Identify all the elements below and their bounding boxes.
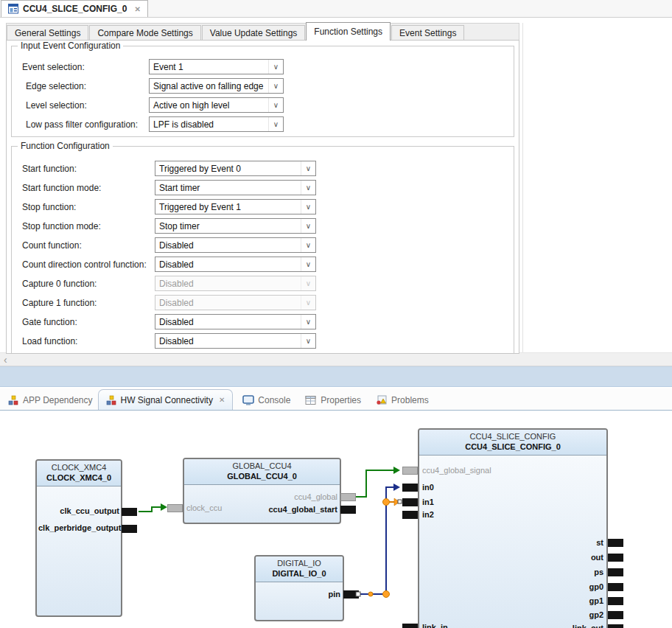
console-icon (242, 395, 254, 405)
junction-dot[interactable] (383, 499, 390, 506)
horizontal-scrollbar[interactable]: ‹ (0, 352, 672, 366)
app-blocks-icon (106, 395, 117, 405)
load-function-dropdown[interactable]: Disabled ∨ (155, 333, 316, 349)
block-instance: GLOBAL_CCU4_0 (184, 472, 340, 481)
event-selection-dropdown[interactable]: Event 1 ∨ (149, 59, 284, 74)
chevron-down-icon: ∨ (301, 181, 315, 195)
count-direction-dropdown[interactable]: Disabled ∨ (155, 257, 316, 272)
pin-label: gp0 (516, 582, 603, 591)
chevron-down-icon: ∨ (268, 60, 283, 74)
bendpoint-dot[interactable] (383, 591, 390, 598)
chevron-down-icon: ∨ (301, 161, 315, 175)
connection-clk-ccu[interactable] (139, 507, 161, 512)
capture1-function-dropdown: Disabled ∨ (155, 295, 316, 310)
pin-out[interactable] (608, 554, 623, 562)
capture0-function-label: Capture 0 function: (22, 279, 97, 289)
editor-tab[interactable]: CCU4_SLICE_CONFIG_0 ✕ (1, 0, 148, 17)
arrowhead-icon (161, 503, 167, 511)
start-function-mode-dropdown[interactable]: Start timer ∨ (155, 180, 316, 195)
chevron-down-icon: ∨ (301, 315, 315, 329)
tab-label: APP Dependency (23, 395, 93, 405)
lpf-configuration-dropdown[interactable]: LPF is disabled ∨ (149, 116, 284, 132)
arrowhead-icon (393, 467, 400, 474)
tab-properties[interactable]: Properties (300, 391, 366, 410)
arrowhead-icon (393, 484, 400, 491)
block-type: CCU4_SLICE_CONFIG (419, 432, 606, 441)
tab-compare-mode-settings[interactable]: Compare Mode Settings (89, 25, 200, 41)
form-editor-icon (8, 4, 18, 14)
tab-problems[interactable]: Problems (371, 391, 434, 410)
tab-console[interactable]: Console (237, 391, 295, 410)
block-instance: DIGITAL_IO_0 (256, 569, 343, 578)
pin-ccu4-global[interactable] (340, 493, 356, 501)
editor-bottom-band (0, 366, 672, 387)
level-selection-dropdown[interactable]: Active on high level ∨ (149, 97, 284, 113)
count-direction-label: Count direction control function: (22, 259, 147, 270)
block-type: GLOBAL_CCU4 (184, 461, 340, 470)
pin-gp1[interactable] (608, 597, 623, 605)
pin-link-in[interactable] (402, 624, 418, 628)
pin-in0[interactable] (402, 484, 418, 492)
connection-pin-in0[interactable] (360, 487, 393, 594)
stop-function-dropdown[interactable]: Triggered by Event 1 ∨ (155, 199, 316, 214)
stop-function-mode-dropdown[interactable]: Stop timer ∨ (155, 218, 316, 234)
chevron-down-icon: ∨ (268, 98, 283, 112)
pin-clk-ccu-output[interactable] (122, 508, 137, 516)
edge-selection-dropdown[interactable]: Signal active on falling edge ∨ (149, 78, 284, 94)
group-title: Input Event Configuration (18, 41, 123, 51)
block-type: CLOCK_XMC4 (37, 463, 121, 472)
block-digital-io[interactable]: DIGITAL_IO DIGITAL_IO_0 (254, 555, 344, 621)
pin-clk-perbridge-output[interactable] (122, 525, 137, 533)
lpf-configuration-label: Low pass filter configuration: (26, 119, 138, 130)
block-type: DIGITAL_IO (256, 559, 343, 568)
gate-function-dropdown[interactable]: Disabled ∨ (155, 314, 316, 329)
count-function-dropdown[interactable]: Disabled ∨ (155, 237, 316, 253)
pin-ccu4-global-signal[interactable] (402, 467, 418, 475)
connection-ccu4-global[interactable] (356, 470, 393, 497)
pin-in2[interactable] (402, 511, 418, 519)
pin-in1[interactable] (402, 498, 418, 506)
pin-link-out[interactable] (608, 624, 623, 628)
capture1-function-label: Capture 1 function: (22, 298, 97, 308)
group-function-configuration: Function Configuration Start function: T… (11, 146, 514, 354)
chevron-down-icon: ∨ (268, 117, 283, 131)
tab-general-settings[interactable]: General Settings (7, 25, 88, 41)
pin-gp2[interactable] (608, 611, 623, 619)
pin-label: ccu4_global (236, 492, 337, 501)
pin-ps[interactable] (608, 568, 623, 576)
problems-icon (376, 395, 388, 405)
pin-ccu4-global-start[interactable] (340, 506, 356, 514)
pin-label: ps (516, 568, 603, 576)
close-icon[interactable]: ✕ (219, 396, 225, 404)
edge-selection-label: Edge selection: (26, 81, 86, 91)
gate-function-label: Gate function: (22, 317, 77, 327)
block-instance: CCU4_SLICE_CONFIG_0 (419, 442, 606, 451)
block-instance: CLOCK_XMC4_0 (37, 473, 121, 482)
start-function-dropdown[interactable]: Triggered by Event 0 ∨ (155, 161, 316, 176)
count-function-label: Count function: (22, 240, 82, 251)
tab-label: Properties (321, 395, 361, 405)
block-clock-xmc4[interactable]: CLOCK_XMC4 CLOCK_XMC4_0 (35, 459, 122, 617)
pin-pin[interactable] (343, 590, 359, 599)
stop-function-label: Stop function: (22, 202, 76, 212)
pin-clock-ccu[interactable] (167, 504, 183, 512)
pin-label: clk_perbridge_output (38, 523, 119, 532)
editor-tab-title: CCU4_SLICE_CONFIG_0 (23, 4, 127, 14)
pin-st[interactable] (608, 539, 623, 547)
event-selection-label: Event selection: (22, 62, 85, 72)
tab-event-settings[interactable]: Event Settings (391, 25, 464, 41)
tab-hw-signal-connectivity[interactable]: HW Signal Connectivity ✕ (98, 389, 234, 410)
block-global-ccu4[interactable]: GLOBAL_CCU4 GLOBAL_CCU4_0 (183, 458, 341, 524)
tab-app-dependency[interactable]: APP Dependency (3, 391, 98, 410)
bendpoint-dot[interactable] (368, 592, 373, 596)
pin-label: in1 (422, 498, 434, 506)
tab-value-update-settings[interactable]: Value Update Settings (202, 25, 306, 41)
tab-function-settings[interactable]: Function Settings (306, 22, 391, 41)
scroll-left-icon[interactable]: ‹ (4, 354, 7, 366)
stop-function-mode-label: Stop function mode: (22, 221, 101, 231)
pin-gp0[interactable] (608, 583, 623, 591)
editor-tab-close-icon[interactable]: ✕ (134, 5, 140, 13)
connection-handle[interactable] (398, 500, 402, 503)
diagram-canvas[interactable]: CLOCK_XMC4 CLOCK_XMC4_0 clk_ccu_output c… (0, 410, 672, 628)
chevron-down-icon: ∨ (301, 219, 315, 233)
